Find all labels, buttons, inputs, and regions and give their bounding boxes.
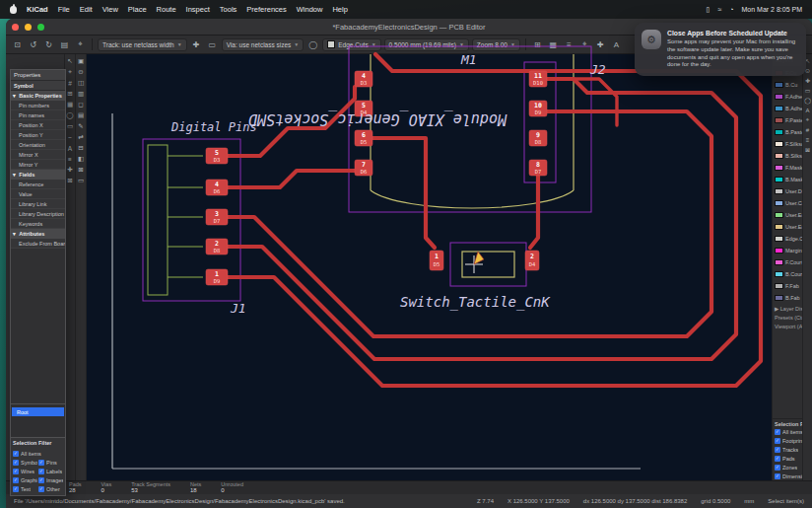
- layer-swatch[interactable]: [775, 236, 783, 242]
- prop-row[interactable]: Mirror X: [11, 150, 65, 160]
- section-fields[interactable]: ▾ Fields: [11, 170, 65, 180]
- layer-swatch[interactable]: [775, 188, 783, 194]
- battery-icon[interactable]: ▯: [707, 6, 710, 14]
- curved-ratsnest-icon[interactable]: ~: [65, 132, 75, 142]
- pad-m1-4[interactable]: 4 D3: [355, 71, 372, 87]
- grid-settings-icon[interactable]: ⊞: [531, 38, 544, 51]
- prop-row[interactable]: Pin names: [11, 110, 65, 120]
- layer-row[interactable]: F.Courtyard: [773, 256, 802, 268]
- layer-pairs-icon[interactable]: ▤: [76, 110, 86, 120]
- minimize-window-button[interactable]: [25, 24, 32, 31]
- status-units[interactable]: mm: [744, 498, 754, 504]
- add-footprint-icon[interactable]: ▭: [803, 86, 812, 95]
- switch-silk-label[interactable]: Switch_Tactile_CnK: [400, 294, 551, 311]
- properties-tab[interactable]: Properties: [11, 70, 65, 81]
- save-icon[interactable]: ⊡: [11, 38, 24, 51]
- layer-swatch[interactable]: [775, 283, 783, 289]
- prop-row[interactable]: Library Description: [11, 209, 65, 219]
- filter-dimensions[interactable]: ✓Dimensions: [775, 472, 802, 480]
- layer-row[interactable]: F.Paste: [773, 114, 802, 126]
- checkbox-icon[interactable]: ✓: [13, 469, 19, 474]
- edit-tool-icon[interactable]: ✎: [76, 121, 86, 131]
- undo-icon[interactable]: ↺: [27, 38, 39, 51]
- m1-silk-label-mirrored[interactable]: Module_XIAO_Generic_SocketSMD: [248, 110, 508, 128]
- line-width-select[interactable]: 0.5000 mm (19.69 mils)▼: [384, 38, 469, 51]
- filter-pads[interactable]: ✓Pads: [775, 454, 802, 463]
- layer-swatch[interactable]: [775, 106, 783, 111]
- filter-images[interactable]: ✓Images: [38, 475, 63, 484]
- apple-menu-icon[interactable]: [10, 6, 17, 14]
- pad-sw-2[interactable]: 2 D4: [525, 251, 539, 270]
- checkbox-icon[interactable]: ✓: [38, 460, 44, 466]
- layer-row[interactable]: B.Courtyard: [773, 268, 802, 280]
- display-mode-icon[interactable]: ▦: [547, 38, 560, 51]
- menu-help[interactable]: Help: [332, 5, 347, 14]
- layer-swatch[interactable]: [775, 141, 783, 147]
- pad-m1-9[interactable]: 9 D8: [529, 130, 547, 146]
- pad-m1-10[interactable]: 10 D9: [529, 101, 547, 116]
- filter-all-items[interactable]: ✓All items: [13, 449, 63, 458]
- layer-swatch[interactable]: [775, 295, 783, 301]
- units-icon[interactable]: ▦: [65, 100, 75, 109]
- delete-tool-icon[interactable]: ⊠: [76, 165, 86, 175]
- grid-origin-icon[interactable]: #: [803, 125, 812, 134]
- pad-m1-11[interactable]: 11 D10: [529, 71, 547, 87]
- j1-reference[interactable]: J1: [230, 301, 246, 316]
- control-center-icon[interactable]: ◔: [729, 6, 733, 13]
- via-icon[interactable]: ◯: [306, 38, 319, 51]
- drawing-sheet-icon[interactable]: ▭: [76, 176, 86, 185]
- zone-display-icon[interactable]: ✚: [65, 165, 75, 175]
- checkbox-icon[interactable]: ✓: [38, 486, 44, 492]
- filter-graphics[interactable]: ✓Graphics: [13, 475, 37, 484]
- close-window-button[interactable]: [12, 24, 19, 31]
- ratsnest-icon[interactable]: ≡: [563, 38, 575, 51]
- layer-row[interactable]: B.Mask: [773, 174, 802, 185]
- filter-text[interactable]: ✓Text: [13, 484, 37, 493]
- filter-wires[interactable]: ✓Wires: [13, 467, 37, 475]
- prop-row[interactable]: Mirror Y: [11, 160, 65, 170]
- swap-layers-icon[interactable]: ⇄: [76, 132, 86, 142]
- outline-mode-icon[interactable]: ≡: [65, 154, 75, 164]
- zone-tool-icon[interactable]: ≡: [803, 135, 812, 144]
- menu-place[interactable]: Place: [128, 5, 147, 14]
- layer-row[interactable]: F.Fab: [773, 280, 802, 292]
- filter-footprints[interactable]: ✓Footprints: [775, 436, 802, 445]
- menu-route[interactable]: Route: [157, 5, 176, 14]
- filter-pins[interactable]: ✓Pins: [38, 458, 63, 467]
- prop-row[interactable]: Position Y: [11, 130, 65, 140]
- layer-swatch[interactable]: [775, 259, 783, 265]
- update-notification[interactable]: ⚙ Close Apps Before Scheduled Update Som…: [635, 23, 806, 76]
- measure-icon[interactable]: ⌖: [65, 67, 75, 77]
- highlight-net-icon[interactable]: ⌖: [578, 38, 591, 51]
- properties-panel-icon[interactable]: ◫: [76, 78, 86, 88]
- footprint-editor-icon[interactable]: A: [610, 38, 623, 51]
- layer-swatch[interactable]: [775, 153, 783, 159]
- layer-swatch[interactable]: [775, 271, 783, 277]
- cursor-shape-icon[interactable]: ◯: [65, 110, 75, 120]
- section-basic-properties[interactable]: ▾ Basic Properties: [11, 91, 65, 101]
- prop-row[interactable]: Pin numbers: [11, 101, 65, 110]
- filter-zones[interactable]: ✓Zones: [775, 463, 802, 472]
- pcb-canvas[interactable]: 5 D3 4 D6 3 D7 2 D8: [87, 54, 772, 480]
- filter-tracks[interactable]: ✓Tracks: [775, 445, 802, 454]
- track-posture-icon[interactable]: ▭: [206, 38, 219, 51]
- pad-m1-8[interactable]: 8 D7: [529, 160, 547, 176]
- copper-trace[interactable]: [227, 171, 355, 187]
- zoom-window-button[interactable]: [37, 24, 44, 31]
- find-icon[interactable]: ⌖: [74, 38, 87, 51]
- route-track-icon[interactable]: ✚: [803, 76, 812, 85]
- pad-m1-7[interactable]: 7 D6: [355, 160, 372, 176]
- add-text-icon[interactable]: A: [803, 106, 812, 114]
- add-track-icon[interactable]: ✚: [190, 38, 203, 51]
- layer-swatch[interactable]: [775, 117, 783, 123]
- hierarchy-root-item[interactable]: Root: [12, 407, 64, 416]
- layer-row[interactable]: F.Silkscreen: [773, 138, 802, 150]
- checkbox-icon[interactable]: ✓: [775, 473, 780, 479]
- menu-window[interactable]: Window: [297, 5, 323, 14]
- net-inspector-icon[interactable]: ⊙: [76, 67, 86, 77]
- menu-file[interactable]: File: [58, 5, 70, 14]
- pad-j1-1[interactable]: 1 D9: [206, 269, 228, 285]
- filter-labels[interactable]: ✓Labels: [38, 467, 63, 475]
- copper-trace[interactable]: [372, 138, 435, 248]
- prop-row[interactable]: Value: [11, 189, 65, 199]
